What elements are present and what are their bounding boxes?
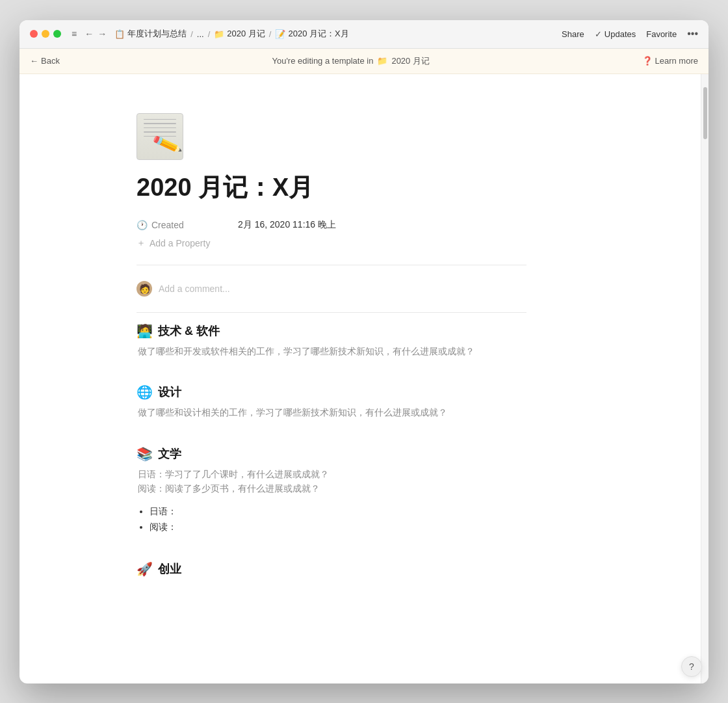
breadcrumb-item-3[interactable]: 📁 2020 月记 — [214, 28, 265, 40]
breadcrumb-item-4[interactable]: 📝 2020 月记：X月 — [275, 28, 348, 40]
notebook-line — [144, 123, 176, 124]
clock-icon: 🕐 — [136, 220, 148, 230]
lit-desc-line-1: 日语：学习了了几个课时，有什么进展或成就？ — [138, 467, 526, 481]
section-literature-heading: 📚 文学 — [136, 446, 526, 462]
breadcrumb-item-1[interactable]: 📋 年度计划与总结 — [114, 28, 187, 40]
section-tech: 🧑‍💻 技术 & 软件 做了哪些和开发或软件相关的工作，学习了哪些新技术新知识，… — [136, 323, 526, 358]
section-tech-title: 技术 & 软件 — [158, 323, 220, 339]
editing-text: You're editing a template in — [272, 56, 373, 66]
minimize-button[interactable] — [42, 30, 49, 38]
avatar: 🧑 — [136, 281, 152, 297]
section-tech-desc: 做了哪些和开发或软件相关的工作，学习了哪些新技术新知识，有什么进展或成就？ — [138, 344, 526, 358]
created-label: Created — [151, 220, 184, 230]
updates-button[interactable]: ✓ Updates — [595, 29, 636, 39]
breadcrumb-item-2[interactable]: ... — [197, 29, 204, 39]
property-label-created: 🕐 Created — [136, 220, 228, 230]
breadcrumb-icon-3: 📁 — [214, 29, 224, 39]
template-banner: ← Back You're editing a template in 📁 20… — [20, 49, 708, 74]
section-literature-title: 文学 — [158, 446, 181, 462]
divider-1 — [136, 265, 526, 265]
section-design-desc: 做了哪些和设计相关的工作，学习了哪些新技术新知识，有什么进展或成就？ — [138, 405, 526, 419]
section-startup-heading: 🚀 创业 — [136, 561, 526, 577]
banner-center: You're editing a template in 📁 2020 月记 — [272, 55, 430, 67]
content-area: ✏️ 2020 月记：X月 🕐 Created 2月 16, 2020 11:1… — [20, 74, 701, 683]
breadcrumb: 📋 年度计划与总结 / ... / 📁 2020 月记 / 📝 2020 月记：… — [114, 28, 554, 40]
design-emoji: 🌐 — [136, 384, 153, 400]
property-created: 🕐 Created 2月 16, 2020 11:16 晚上 — [136, 215, 526, 235]
breadcrumb-sep-2: / — [208, 29, 211, 39]
back-button[interactable]: ← Back — [30, 56, 60, 66]
close-button[interactable] — [30, 30, 38, 38]
literature-emoji: 📚 — [136, 446, 153, 462]
learn-more-button[interactable]: ❓ Learn more — [642, 56, 698, 66]
section-tech-heading: 🧑‍💻 技术 & 软件 — [136, 323, 526, 339]
page-title[interactable]: 2020 月记：X月 — [136, 173, 526, 203]
section-startup-title: 创业 — [158, 561, 181, 577]
page-icon[interactable]: ✏️ — [136, 113, 183, 160]
breadcrumb-sep-1: / — [190, 29, 193, 39]
breadcrumb-label-4: 2020 月记：X月 — [288, 28, 348, 40]
nav-arrows: ← → — [84, 29, 107, 39]
breadcrumb-icon-1: 📋 — [114, 29, 125, 39]
notebook-line — [144, 119, 176, 120]
favorite-button[interactable]: Favorite — [646, 29, 677, 39]
breadcrumb-label-2: ... — [197, 29, 204, 39]
bullet-item-reading: 阅读： — [150, 520, 526, 535]
startup-emoji: 🚀 — [136, 561, 153, 577]
app-window: ≡ ← → 📋 年度计划与总结 / ... / 📁 2020 月记 / 📝 20… — [20, 20, 708, 683]
comment-row: 🧑 Add a comment... — [136, 276, 526, 302]
comment-placeholder[interactable]: Add a comment... — [159, 284, 230, 294]
question-mark-icon: ? — [689, 661, 694, 672]
breadcrumb-label-3: 2020 月记 — [227, 28, 265, 40]
menu-icon[interactable]: ≡ — [72, 29, 77, 39]
breadcrumb-sep-3: / — [269, 29, 272, 39]
literature-bullets: 日语： 阅读： — [150, 504, 526, 535]
notebook-line — [144, 127, 176, 129]
add-property-button[interactable]: ＋ Add a Property — [136, 235, 526, 252]
tech-emoji: 🧑‍💻 — [136, 323, 153, 339]
notebook-label: 2020 月记 — [391, 55, 430, 67]
forward-arrow-icon[interactable]: → — [98, 29, 107, 39]
notebook-icon: 📁 — [377, 56, 387, 66]
section-literature-desc: 日语：学习了了几个课时，有什么进展或成就？ 阅读：阅读了多少页书，有什么进展或成… — [138, 467, 526, 496]
section-literature: 📚 文学 日语：学习了了几个课时，有什么进展或成就？ 阅读：阅读了多少页书，有什… — [136, 446, 526, 535]
scrollbar[interactable] — [701, 74, 708, 683]
plus-icon: ＋ — [136, 237, 146, 249]
scrollbar-thumb[interactable] — [703, 87, 707, 139]
more-options-icon[interactable]: ••• — [687, 28, 698, 40]
content-main: ✏️ 2020 月记：X月 🕐 Created 2月 16, 2020 11:1… — [20, 74, 604, 683]
share-button[interactable]: Share — [562, 29, 584, 39]
divider-2 — [136, 312, 526, 313]
question-circle-icon: ❓ — [642, 56, 653, 66]
title-bar: ≡ ← → 📋 年度计划与总结 / ... / 📁 2020 月记 / 📝 20… — [20, 20, 708, 49]
back-arrow-icon: ← — [30, 56, 38, 66]
properties-section: 🕐 Created 2月 16, 2020 11:16 晚上 ＋ Add a P… — [136, 215, 526, 252]
maximize-button[interactable] — [53, 30, 61, 38]
add-property-label: Add a Property — [150, 238, 210, 248]
header-actions: Share ✓ Updates Favorite ••• — [562, 28, 698, 40]
section-design-heading: 🌐 设计 — [136, 384, 526, 400]
section-design: 🌐 设计 做了哪些和设计相关的工作，学习了哪些新技术新知识，有什么进展或成就？ — [136, 384, 526, 419]
learn-more-label: Learn more — [655, 56, 698, 66]
breadcrumb-label-1: 年度计划与总结 — [127, 28, 187, 40]
traffic-lights — [30, 30, 61, 38]
back-label: Back — [41, 56, 60, 66]
updates-label: Updates — [604, 29, 636, 39]
section-startup: 🚀 创业 — [136, 561, 526, 577]
back-arrow-icon[interactable]: ← — [84, 29, 94, 39]
created-value: 2月 16, 2020 11:16 晚上 — [238, 219, 336, 231]
check-icon: ✓ — [595, 29, 602, 39]
help-button[interactable]: ? — [681, 656, 702, 677]
bullet-item-japanese: 日语： — [150, 504, 526, 520]
section-design-title: 设计 — [158, 384, 181, 400]
lit-desc-line-2: 阅读：阅读了多少页书，有什么进展或成就？ — [138, 481, 526, 496]
breadcrumb-icon-4: 📝 — [275, 29, 285, 39]
